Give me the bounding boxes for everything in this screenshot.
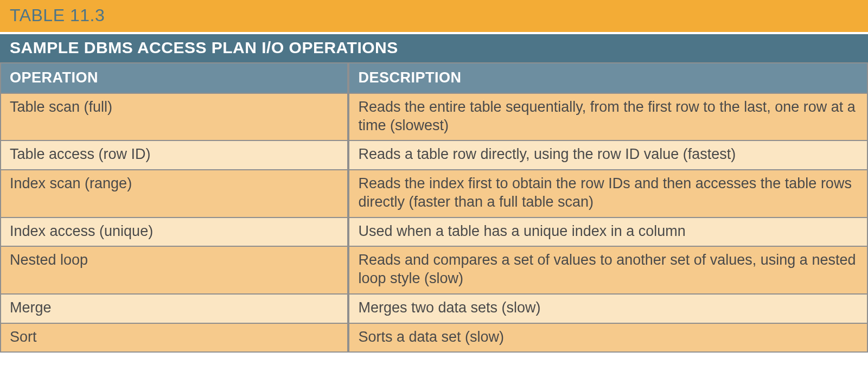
cell-description: Used when a table has a unique index in …: [347, 218, 867, 247]
table-row: Index access (unique) Used when a table …: [1, 218, 867, 247]
table-title: SAMPLE DBMS ACCESS PLAN I/O OPERATIONS: [0, 34, 868, 62]
cell-operation: Index access (unique): [1, 218, 347, 247]
table-row: Merge Merges two data sets (slow): [1, 295, 867, 324]
cell-description: Reads the index first to obtain the row …: [347, 170, 867, 218]
cell-description: Reads a table row directly, using the ro…: [347, 141, 867, 170]
cell-operation: Sort: [1, 324, 347, 352]
table-row: Nested loop Reads and compares a set of …: [1, 247, 867, 295]
table-figure: TABLE 11.3 SAMPLE DBMS ACCESS PLAN I/O O…: [0, 0, 868, 353]
cell-description: Merges two data sets (slow): [347, 295, 867, 324]
cell-operation: Nested loop: [1, 247, 347, 295]
col-header-description: DESCRIPTION: [347, 62, 867, 94]
col-header-operation: OPERATION: [1, 62, 347, 94]
table-row: Table access (row ID) Reads a table row …: [1, 141, 867, 170]
cell-description: Sorts a data set (slow): [347, 324, 867, 352]
cell-operation: Table access (row ID): [1, 141, 347, 170]
table-row: Index scan (range) Reads the index first…: [1, 170, 867, 218]
table-row: Sort Sorts a data set (slow): [1, 324, 867, 352]
table-caption: TABLE 11.3: [0, 0, 868, 32]
operations-table: OPERATION DESCRIPTION Table scan (full) …: [0, 62, 868, 353]
cell-operation: Index scan (range): [1, 170, 347, 218]
cell-operation: Merge: [1, 295, 347, 324]
table-header-row: OPERATION DESCRIPTION: [1, 62, 867, 94]
cell-operation: Table scan (full): [1, 94, 347, 142]
cell-description: Reads and compares a set of values to an…: [347, 247, 867, 295]
table-row: Table scan (full) Reads the entire table…: [1, 94, 867, 142]
cell-description: Reads the entire table sequentially, fro…: [347, 94, 867, 142]
